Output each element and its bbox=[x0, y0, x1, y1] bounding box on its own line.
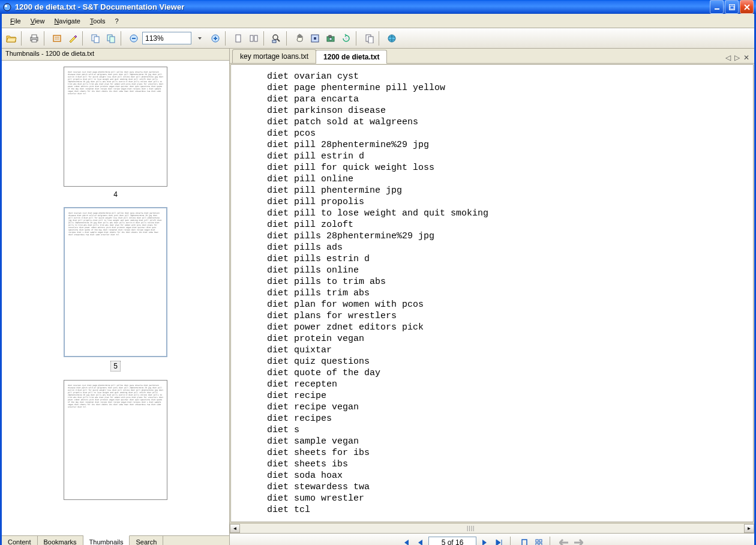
tab-next-icon[interactable]: ▷ bbox=[734, 53, 740, 62]
scroll-right-icon[interactable]: ► bbox=[744, 524, 754, 533]
next-page-button[interactable] bbox=[479, 537, 491, 546]
document-tab-2[interactable]: 1200 de dieta.txt bbox=[316, 50, 387, 64]
svg-point-0 bbox=[4, 4, 11, 11]
marker-button[interactable] bbox=[65, 31, 80, 46]
tab-close-icon[interactable]: ✕ bbox=[743, 53, 749, 62]
last-page-button[interactable] bbox=[493, 537, 505, 546]
thumbnail-label-4: 4 bbox=[113, 190, 118, 199]
svg-rect-8 bbox=[53, 35, 61, 41]
svg-point-1 bbox=[5, 5, 7, 7]
menu-help[interactable]: ? bbox=[110, 16, 124, 26]
svg-rect-30 bbox=[539, 540, 542, 542]
svg-rect-29 bbox=[536, 540, 538, 542]
grid-view-button[interactable] bbox=[533, 537, 545, 546]
menu-view[interactable]: View bbox=[26, 16, 50, 26]
open-button[interactable] bbox=[4, 31, 19, 46]
svg-rect-17 bbox=[254, 35, 257, 41]
svg-rect-6 bbox=[32, 35, 37, 38]
zoom-dropdown-button[interactable] bbox=[193, 31, 207, 46]
toolbar bbox=[2, 28, 754, 49]
svg-rect-4 bbox=[730, 6, 734, 9]
forward-button[interactable] bbox=[572, 537, 584, 546]
thumbnail-page-6[interactable]: diet ovarian cyst diet page phentermine … bbox=[64, 380, 167, 500]
content-area: key mortage loans.txt 1200 de dieta.txt … bbox=[230, 49, 754, 545]
scroll-left-icon[interactable]: ◄ bbox=[230, 524, 240, 533]
select-tool-button[interactable] bbox=[308, 31, 322, 46]
menubar: File View Navigate Tools ? bbox=[2, 14, 754, 28]
document-text: diet ovarian cyst diet page phentermine … bbox=[267, 71, 753, 516]
thumbnail-label-5: 5 bbox=[110, 361, 121, 372]
rotate-button[interactable] bbox=[339, 31, 353, 46]
svg-point-24 bbox=[345, 37, 347, 40]
clipboard-button[interactable] bbox=[362, 31, 376, 46]
sidebar-tabs: Content Bookmarks Thumbnails Search bbox=[2, 535, 229, 545]
copy-button[interactable] bbox=[88, 31, 103, 46]
facing-pages-button[interactable] bbox=[247, 31, 261, 46]
zoom-input[interactable] bbox=[142, 32, 191, 44]
zoom-out-button[interactable] bbox=[127, 31, 141, 46]
sidebar-title: Thumbnails - 1200 de dieta.txt bbox=[2, 49, 229, 61]
svg-rect-19 bbox=[272, 40, 276, 43]
web-button[interactable] bbox=[385, 31, 399, 46]
svg-rect-26 bbox=[368, 37, 373, 43]
maximize-button[interactable] bbox=[725, 0, 739, 14]
sidebar-tab-content[interactable]: Content bbox=[2, 536, 38, 545]
document-view[interactable]: diet ovarian cyst diet page phentermine … bbox=[230, 64, 754, 522]
svg-rect-16 bbox=[250, 35, 253, 41]
menu-navigate[interactable]: Navigate bbox=[49, 16, 85, 26]
sidebar: Thumbnails - 1200 de dieta.txt diet ovar… bbox=[2, 49, 230, 545]
back-button[interactable] bbox=[558, 537, 570, 546]
horizontal-scrollbar[interactable]: ◄ |||| ► bbox=[230, 523, 754, 533]
sidebar-tab-bookmarks[interactable]: Bookmarks bbox=[38, 536, 83, 545]
menu-tools[interactable]: Tools bbox=[85, 16, 110, 26]
svg-point-18 bbox=[273, 35, 278, 40]
svg-rect-32 bbox=[539, 543, 542, 546]
svg-rect-15 bbox=[236, 35, 241, 42]
page-status[interactable]: 5 of 16 bbox=[428, 537, 476, 546]
page-navigation: 5 of 16 bbox=[230, 533, 754, 545]
highlight-button[interactable] bbox=[50, 31, 64, 46]
document-tab-1[interactable]: key mortage loans.txt bbox=[232, 49, 316, 63]
sidebar-tab-thumbnails[interactable]: Thumbnails bbox=[83, 535, 130, 545]
titlebar: 1200 de dieta.txt - S&T Documentation Vi… bbox=[0, 0, 756, 14]
prev-page-button[interactable] bbox=[414, 537, 426, 546]
minimize-button[interactable] bbox=[710, 0, 724, 14]
svg-rect-28 bbox=[522, 540, 527, 546]
thumbnail-page-4[interactable]: diet ovarian cyst diet page phentermine … bbox=[64, 67, 167, 187]
print-button[interactable] bbox=[27, 31, 41, 46]
svg-rect-10 bbox=[94, 37, 99, 43]
hand-tool-button[interactable] bbox=[292, 31, 307, 46]
window-title: 1200 de dieta.txt - S&T Documentation Vi… bbox=[15, 2, 710, 11]
app-icon bbox=[2, 2, 12, 12]
svg-rect-7 bbox=[32, 40, 37, 42]
svg-point-22 bbox=[329, 37, 332, 40]
sidebar-tab-search[interactable]: Search bbox=[130, 536, 163, 545]
document-tabs: key mortage loans.txt 1200 de dieta.txt … bbox=[230, 49, 754, 64]
single-page-button[interactable] bbox=[231, 31, 245, 46]
svg-rect-12 bbox=[110, 37, 115, 43]
paste-button[interactable] bbox=[104, 31, 118, 46]
zoom-in-button[interactable] bbox=[208, 31, 223, 46]
menu-file[interactable]: File bbox=[5, 16, 26, 26]
svg-rect-31 bbox=[536, 543, 538, 546]
svg-rect-2 bbox=[715, 8, 719, 10]
single-view-button[interactable] bbox=[518, 537, 530, 546]
tab-prev-icon[interactable]: ◁ bbox=[725, 53, 731, 62]
snapshot-button[interactable] bbox=[323, 31, 338, 46]
close-button[interactable] bbox=[740, 0, 754, 14]
svg-rect-23 bbox=[329, 35, 331, 37]
thumbnail-page-5[interactable]: diet ovarian cyst diet page phentermine … bbox=[64, 207, 167, 357]
first-page-button[interactable] bbox=[400, 537, 412, 546]
find-button[interactable] bbox=[269, 31, 284, 46]
thumbnails-panel[interactable]: diet ovarian cyst diet page phentermine … bbox=[2, 61, 229, 535]
